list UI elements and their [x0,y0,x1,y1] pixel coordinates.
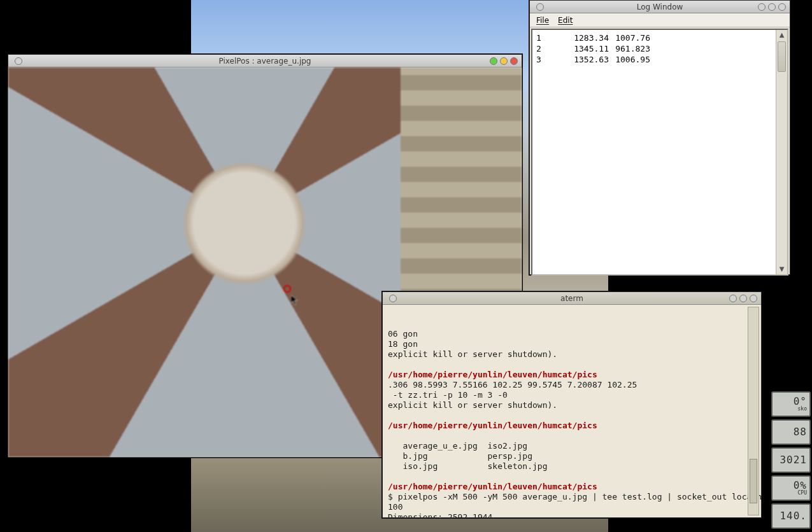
log-text-content: 11283.341007.7621345.11961.82331352.6310… [532,30,787,67]
monitor-panel: 3021 [771,447,811,473]
monitor-label: CPU [798,491,807,496]
terminal-line: $ pixelpos -xM 500 -yM 500 average_u.jpg… [388,492,756,502]
aterm-titlebar[interactable]: aterm [383,292,761,305]
log-row-x: 1283.34 [569,32,609,43]
aterm-terminal[interactable]: 06 gon18 gonexplicit kill or server shut… [383,305,761,517]
log-window[interactable]: Log Window File Edit 11283.341007.762134… [529,0,790,275]
monitor-label: sko [798,407,807,412]
log-row-x: 1345.11 [569,43,609,54]
terminal-line: /usr/home/pierre/yunlin/leuven/humcat/pi… [388,421,756,431]
monitor-value: 0° [794,396,807,407]
terminal-line: Dimensions: 2592 1944 [388,512,756,517]
terminal-line: 18 gon [388,339,756,349]
aterm-title: aterm [383,294,761,303]
pixelpos-titlebar[interactable]: PixelPos : average_u.jpg [8,55,522,67]
log-row-index: 3 [536,54,544,65]
window-menu-icon[interactable] [389,295,397,302]
minimize-button[interactable] [758,3,766,11]
terminal-line: iso.jpg skeleton.jpg [388,461,756,472]
log-row-y: 961.823 [611,43,650,54]
terminal-line: average_u_e.jpg iso2.jpg [388,441,756,451]
log-row: 11283.341007.76 [536,32,783,43]
log-row-y: 1006.95 [611,54,650,65]
terminal-line [388,410,756,421]
monitor-value: 88 [794,427,807,437]
terminal-line [388,431,756,441]
close-button[interactable] [750,295,757,302]
terminal-line [388,472,756,482]
terminal-line: b.jpg persp.jpg [388,451,756,461]
log-textarea[interactable]: 11283.341007.7621345.11961.82331352.6310… [531,29,788,276]
terminal-line: /usr/home/pierre/yunlin/leuven/humcat/pi… [388,482,756,492]
terminal-line: 06 gon [388,329,756,339]
maximize-button[interactable] [739,295,747,302]
system-monitor-stack: 0°sko8830210%CPU140. [771,391,811,529]
close-button[interactable] [778,3,786,11]
log-row: 31352.631006.95 [536,54,783,65]
terminal-line: explicit kill or server shutdown). [388,349,756,360]
aterm-scrollbar[interactable] [748,307,759,515]
cursor-arrow-icon [291,295,299,305]
maximize-button[interactable] [768,3,776,11]
pixel-marker-circle-icon [283,285,291,293]
log-menubar: File Edit [530,13,790,27]
minimize-button[interactable] [490,57,497,65]
pixelpos-title: PixelPos : average_u.jpg [8,57,522,66]
window-menu-icon[interactable] [536,3,544,11]
terminal-line: -t zz.tri -p 10 -m 3 -0 [388,390,756,400]
maximize-button[interactable] [500,57,508,65]
log-row-index: 1 [536,32,544,43]
minimize-button[interactable] [729,295,737,302]
terminal-line: 100 [388,502,756,512]
menu-edit[interactable]: Edit [558,16,573,25]
terminal-line: /usr/home/pierre/yunlin/leuven/humcat/pi… [388,370,756,380]
aterm-window[interactable]: aterm 06 gon18 gonexplicit kill or serve… [382,291,762,518]
log-row-index: 2 [536,43,544,54]
log-row-y: 1007.76 [611,32,650,43]
scroll-thumb[interactable] [778,41,786,72]
window-menu-icon[interactable] [15,57,22,65]
monitor-value: 0% [794,480,807,491]
terminal-line: .306 98.5993 7.55166 102.25 99.5745 7.20… [388,380,756,390]
monitor-panel: 140. [771,503,811,529]
log-title: Log Window [530,3,790,11]
terminal-line: explicit kill or server shutdown). [388,400,756,410]
log-scrollbar[interactable]: ▲ ▼ [776,30,787,274]
monitor-panel: 0%CPU [771,475,811,501]
menu-file[interactable]: File [536,16,549,25]
close-button[interactable] [510,57,518,65]
log-row-x: 1352.63 [569,54,609,65]
log-row: 21345.11961.823 [536,43,783,54]
scroll-up-icon[interactable]: ▲ [776,30,787,40]
monitor-panel: 0°sko [771,391,811,417]
monitor-panel: 88 [771,419,811,445]
aterm-output: 06 gon18 gonexplicit kill or server shut… [388,329,756,517]
scroll-down-icon[interactable]: ▼ [776,264,787,274]
terminal-line [388,360,756,370]
log-titlebar[interactable]: Log Window [530,1,790,13]
scroll-thumb[interactable] [750,459,757,503]
monitor-value: 3021 [780,455,807,465]
monitor-value: 140. [780,511,807,521]
